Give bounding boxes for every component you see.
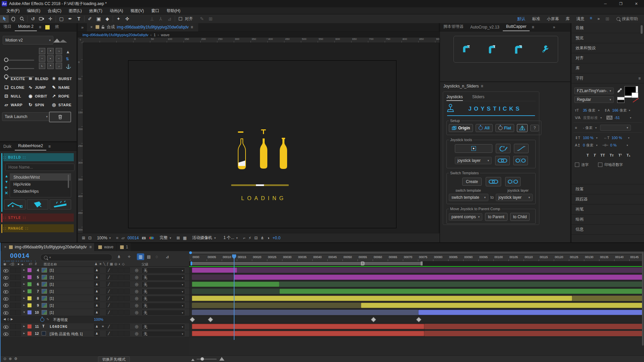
style-header[interactable]: ⸬ STYLE ⸬ — [3, 214, 74, 222]
time-ruler[interactable]: 0000000050001000015000200002500030000350… — [189, 254, 643, 261]
quality-switch[interactable]: ╱ — [106, 275, 112, 280]
parent-pickwhip-icon[interactable]: ◎ — [135, 310, 138, 315]
help-button[interactable]: ? — [530, 125, 539, 131]
panel-menu-icon[interactable]: ≡ — [530, 25, 536, 31]
blank-switch[interactable] — [118, 331, 124, 336]
blank-switch[interactable] — [112, 296, 118, 301]
blank-switch[interactable] — [10, 324, 16, 329]
list-add-icon[interactable]: + — [5, 185, 7, 190]
crosshair-icon[interactable]: ⊞ — [206, 15, 215, 23]
slider-knob[interactable] — [4, 66, 8, 70]
layer-bar-dim[interactable] — [279, 282, 643, 287]
font-family-dropdown[interactable]: FZLanTingYuan-...▾ — [574, 87, 614, 94]
to-parent-button[interactable]: to Parent — [485, 213, 507, 221]
zoom-tool-icon[interactable] — [17, 15, 26, 23]
rocket-icon[interactable]: ▲ — [66, 49, 70, 54]
eye-icon[interactable] — [3, 333, 8, 336]
property-keyframe-row[interactable] — [189, 316, 643, 323]
anchor-grid-2-1[interactable]: ᵜ — [47, 63, 54, 69]
grid-options-icon[interactable]: ⌗ — [116, 236, 118, 240]
always-preview-icon[interactable]: ⊞ — [82, 236, 85, 240]
section-character[interactable]: 字符≡ — [572, 73, 644, 83]
layer-bar-row[interactable] — [189, 267, 643, 274]
layer-color-swatch[interactable] — [28, 282, 32, 286]
hose-preset-Shoulder/Hips[interactable]: Shoulder/Hips — [10, 188, 71, 195]
sidebar-scrollbar[interactable] — [641, 25, 643, 34]
hose-preset-Shoulder/Wrist[interactable]: Shoulder/Wrist — [10, 174, 71, 181]
quality-switch[interactable]: ╱ — [106, 310, 112, 315]
layer-row[interactable]: ►8[1]♟╱◎无▾ — [1, 295, 189, 302]
parent-dropdown[interactable]: 无▾ — [142, 267, 185, 274]
work-area-end-handle[interactable] — [421, 261, 423, 265]
layer-row[interactable]: ►12[深色 品蓝色 纯色 1]♟╱◎无▾ — [1, 330, 189, 337]
blank-switch[interactable] — [15, 275, 21, 280]
layer-name[interactable]: [1] — [50, 310, 54, 314]
roi-icon[interactable]: ⊠ — [176, 236, 180, 240]
expand-arrow-icon[interactable]: ► — [23, 304, 25, 307]
section-预览[interactable]: 预览 — [572, 33, 644, 43]
layer-name[interactable]: [深色 品蓝色 纯色 1] — [50, 331, 83, 337]
blank-switch[interactable] — [10, 282, 16, 287]
blank-switch[interactable] — [10, 331, 16, 336]
empty-dropdown[interactable]: ▾ — [600, 125, 631, 131]
mask-visibility-icon[interactable]: ▱ — [121, 236, 124, 240]
expand-arrow-icon[interactable]: ► — [23, 268, 25, 272]
motion-tool-excite[interactable]: +EXCITE — [3, 76, 25, 81]
blank-switch[interactable] — [112, 275, 118, 280]
layer-name[interactable]: [1] — [50, 303, 54, 307]
task-launch-dropdown[interactable]: Task Launch▾ — [2, 112, 50, 121]
layer-row[interactable]: ►4[1]♟╱◎无▾ — [1, 267, 189, 274]
frame-blend-icon[interactable]: ▥ — [137, 253, 144, 260]
blank-switch[interactable] — [124, 282, 130, 287]
motion-tool-name[interactable]: ✎NAME — [51, 85, 70, 90]
layer-row[interactable]: ►11TLOADING♟☀╱◎无▾ — [1, 323, 189, 330]
eye-icon[interactable] — [3, 311, 8, 315]
motion-slider-0[interactable] — [5, 60, 34, 61]
cap-round-icon[interactable] — [488, 45, 497, 54]
maximize-button[interactable]: ❐ — [613, 0, 629, 7]
all-button[interactable]: All — [476, 124, 492, 132]
brainstorm-icon[interactable]: ◌ — [156, 254, 158, 259]
blank-switch[interactable] — [10, 296, 16, 301]
layer-bar-dim[interactable] — [424, 324, 643, 329]
menu-item-图层(L)[interactable]: 图层(L) — [65, 8, 86, 14]
layer-bar[interactable] — [192, 296, 572, 301]
workspace-overflow-icon[interactable]: » — [594, 16, 603, 21]
menu-item-视图(V)[interactable]: 视图(V) — [127, 8, 148, 14]
horizontal-ruler[interactable]: 0501001502002503003504004505005506006507… — [83, 38, 439, 43]
layer-bar-dim[interactable] — [572, 296, 643, 301]
crumb-right[interactable]: wave — [161, 33, 170, 37]
toggle-switches-button[interactable]: 切换开关/模式 — [98, 356, 130, 362]
crumb-mid[interactable]: 1 — [154, 33, 156, 37]
eye-icon[interactable] — [3, 276, 8, 280]
panel-menu-icon[interactable]: ≡ — [638, 76, 641, 81]
unlink-button[interactable] — [513, 156, 528, 165]
anchor-grid-2-2[interactable]: ⌟ — [56, 63, 62, 69]
blank-switch[interactable] — [118, 310, 124, 315]
quality-switch[interactable]: ╱ — [106, 296, 112, 301]
zoom-out-mountain-icon[interactable] — [191, 357, 195, 362]
pan-behind-tool-icon[interactable]: ✛ — [46, 15, 55, 23]
motion-tool-null[interactable]: ⊡NULL — [3, 94, 21, 99]
brush-tool-icon[interactable]: ✐ — [86, 15, 94, 23]
workspace-grid-icon[interactable]: ⊞ — [603, 15, 612, 23]
collapse-switch[interactable]: ☀ — [100, 324, 106, 329]
timeline-tab-1[interactable]: 1 — [117, 243, 131, 251]
layer-bar-dim[interactable] — [192, 289, 279, 294]
origin-button[interactable]: Origin — [449, 124, 473, 132]
switch-template-dropdown[interactable]: switch template▾ — [449, 194, 488, 201]
help-search[interactable]: 搜索帮助 — [616, 16, 638, 22]
section-效果和预设[interactable]: 效果和预设 — [572, 43, 644, 53]
motion-tool-warp[interactable]: ▱WARP — [3, 102, 22, 107]
motion-tool-orbit[interactable]: ◉ORBIT — [28, 94, 47, 99]
shy-switch[interactable]: ♟ — [94, 310, 100, 315]
layer-color-swatch[interactable] — [28, 268, 32, 272]
parent-pickwhip-icon[interactable]: ◎ — [135, 303, 138, 308]
timeline-search[interactable]: ▾ — [40, 254, 112, 261]
selection-tool-icon[interactable] — [0, 15, 9, 23]
tab-motion2[interactable]: Motion 2 — [15, 23, 37, 31]
parent-comps-dropdown[interactable]: parent comps▾ — [449, 213, 482, 221]
quality-switch[interactable]: ╱ — [106, 303, 112, 308]
anchor-grid-0-2[interactable]: ¬ — [56, 48, 62, 54]
clone-stamp-tool-icon[interactable]: ▣ — [94, 15, 103, 23]
